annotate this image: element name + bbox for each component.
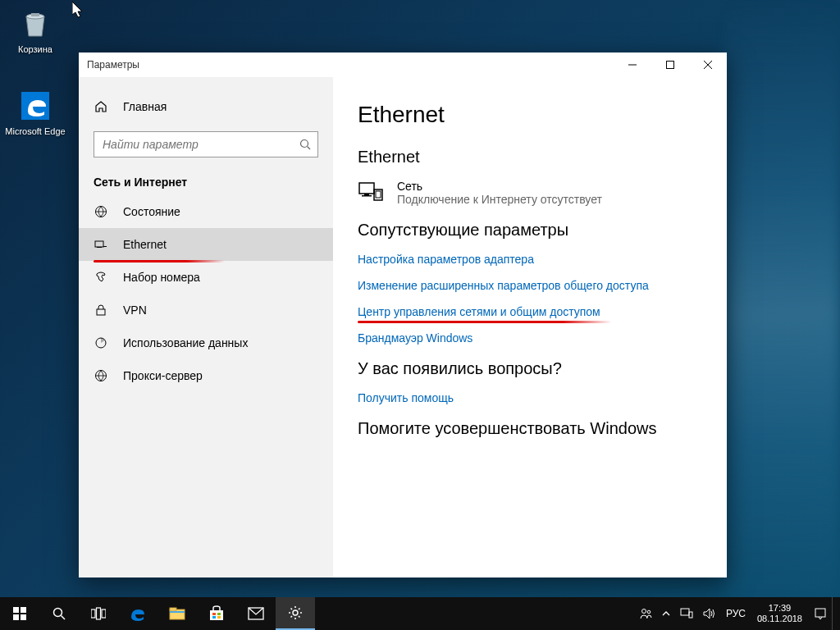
svg-rect-27 [97, 608, 101, 619]
link-advanced-sharing[interactable]: Изменение расширенных параметров общего … [358, 279, 702, 292]
ethernet-icon [94, 238, 108, 251]
tray-chevron-up-icon[interactable] [657, 609, 675, 618]
recycle-bin-icon [18, 7, 52, 41]
svg-point-6 [301, 140, 308, 148]
nav-data-usage-label: Использование данных [123, 336, 248, 349]
tray-date: 08.11.2018 [757, 614, 802, 624]
taskbar-mail[interactable] [236, 597, 276, 630]
search-icon [299, 139, 311, 150]
maximize-button[interactable] [651, 52, 689, 77]
search-box[interactable] [94, 131, 318, 158]
tray-network-icon[interactable] [675, 608, 698, 619]
related-heading: Сопутствующие параметры [358, 221, 702, 240]
content-pane: Ethernet Ethernet Сеть Подключение к Инт… [333, 77, 727, 578]
taskbar-explorer[interactable] [158, 597, 197, 630]
svg-point-39 [641, 609, 646, 614]
annotation-underline [358, 321, 612, 323]
nav-dialup[interactable]: Набор номера [79, 261, 333, 294]
recycle-bin-label: Корзина [5, 44, 66, 54]
category-label: Сеть и Интернет [79, 158, 333, 195]
tray-notifications-icon[interactable] [809, 607, 832, 620]
svg-line-25 [62, 616, 66, 620]
svg-rect-11 [97, 247, 102, 248]
section-ethernet: Ethernet [358, 148, 702, 167]
search-input[interactable] [103, 138, 299, 151]
settings-window: Параметры Главная Сеть и Интернет Состоя… [79, 52, 727, 578]
link-firewall[interactable]: Брандмауэр Windows [358, 331, 702, 345]
svg-rect-35 [212, 616, 216, 619]
svg-rect-20 [13, 607, 19, 613]
svg-rect-42 [689, 612, 692, 618]
edge-desktop-icon[interactable]: Microsoft Edge [5, 89, 66, 136]
nav-ethernet-label: Ethernet [123, 238, 167, 251]
network-item[interactable]: Сеть Подключение к Интернету отсутствует [358, 180, 702, 206]
svg-rect-28 [102, 609, 106, 618]
start-button[interactable] [0, 597, 39, 630]
svg-rect-34 [217, 613, 221, 615]
taskbar-edge[interactable] [118, 597, 158, 630]
show-desktop-button[interactable] [832, 597, 837, 630]
taskbar-settings[interactable] [276, 597, 315, 630]
svg-rect-32 [210, 610, 223, 620]
nav-proxy-label: Прокси-сервер [123, 369, 203, 382]
system-tray: РУС 17:39 08.11.2018 [634, 597, 840, 630]
svg-rect-3 [667, 62, 674, 69]
tray-time: 17:39 [757, 603, 802, 614]
nav-ethernet[interactable]: Ethernet [79, 228, 333, 261]
svg-rect-19 [376, 191, 381, 198]
dialup-icon [94, 271, 108, 284]
nav-vpn[interactable]: VPN [79, 294, 333, 326]
minimize-button[interactable] [614, 52, 651, 77]
nav-dialup-label: Набор номера [123, 271, 200, 284]
home-icon [94, 100, 108, 113]
titlebar[interactable]: Параметры [79, 52, 727, 77]
svg-rect-10 [103, 246, 107, 247]
search-button[interactable] [39, 597, 79, 630]
edge-icon [18, 89, 52, 123]
svg-rect-17 [362, 195, 372, 197]
svg-rect-21 [21, 607, 26, 613]
recycle-bin-desktop-icon[interactable]: Корзина [5, 7, 66, 54]
svg-point-40 [647, 610, 651, 614]
link-adapter-settings[interactable]: Настройка параметров адаптера [358, 253, 702, 266]
tray-people-icon[interactable] [634, 607, 657, 620]
svg-rect-31 [170, 611, 185, 613]
network-name: Сеть [397, 180, 602, 193]
svg-point-38 [293, 610, 298, 615]
nav-proxy[interactable]: Прокси-сервер [79, 359, 333, 392]
nav-data-usage[interactable]: Использование данных [79, 326, 333, 359]
svg-line-7 [308, 147, 311, 150]
svg-rect-41 [681, 609, 689, 615]
svg-rect-23 [21, 614, 26, 620]
nav-status-label: Состояние [123, 205, 180, 218]
home-label: Главная [123, 100, 167, 113]
svg-rect-12 [97, 309, 105, 315]
svg-rect-15 [359, 183, 374, 194]
nav-status[interactable]: Состояние [79, 195, 333, 228]
home-link[interactable]: Главная [79, 92, 333, 121]
close-button[interactable] [689, 52, 727, 77]
tray-volume-icon[interactable] [698, 608, 721, 619]
svg-rect-36 [217, 616, 221, 619]
nav-vpn-label: VPN [123, 304, 147, 317]
task-view-button[interactable] [79, 597, 118, 630]
link-get-help[interactable]: Получить помощь [358, 391, 702, 404]
network-icon [358, 180, 387, 204]
svg-rect-26 [91, 609, 95, 618]
svg-rect-29 [170, 609, 185, 619]
vpn-icon [94, 304, 108, 317]
tray-clock[interactable]: 17:39 08.11.2018 [751, 603, 809, 624]
tray-language[interactable]: РУС [721, 608, 751, 619]
window-title: Параметры [87, 59, 139, 71]
status-icon [94, 205, 108, 218]
improve-heading: Помогите усовершенствовать Windows [358, 419, 702, 438]
cursor-icon [72, 2, 85, 20]
svg-rect-43 [815, 609, 825, 617]
data-usage-icon [94, 336, 108, 349]
svg-rect-9 [95, 241, 103, 247]
taskbar-store[interactable] [197, 597, 236, 630]
help-heading: У вас появились вопросы? [358, 359, 702, 378]
sidebar: Главная Сеть и Интернет Состояние Ethern… [79, 77, 333, 578]
link-network-center[interactable]: Центр управления сетями и общим доступом [358, 305, 702, 318]
svg-rect-16 [364, 194, 369, 195]
